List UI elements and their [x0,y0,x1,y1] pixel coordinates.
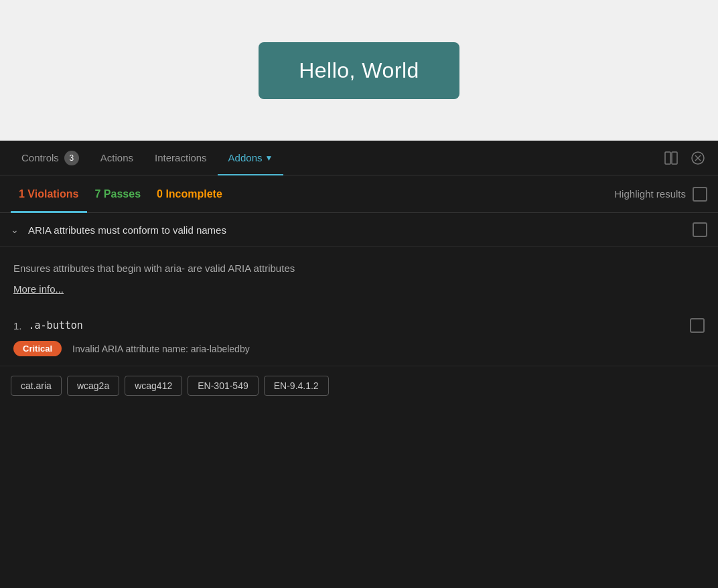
item-selector: .a-button [29,319,690,332]
hello-world-button[interactable]: Hello, World [259,42,459,99]
tag-item[interactable]: wcag412 [125,376,182,396]
critical-badge: Critical [13,341,62,356]
tab-passes[interactable]: 7 Passes [87,175,149,213]
tab-violations[interactable]: 1 Violations [11,175,87,213]
highlight-results-label: Highlight results [614,188,686,200]
tags-row: cat.ariawcag2awcag412EN-301-549EN-9.4.1.… [0,366,718,405]
tab-bar: Controls 3 Actions Interactions Addons ▼ [0,141,718,175]
controls-badge: 3 [64,151,79,165]
violation-item: 1. .a-button Critical Invalid ARIA attri… [0,309,718,366]
tab-controls[interactable]: Controls 3 [11,141,90,175]
highlight-results-control: Highlight results [614,187,707,202]
close-icon[interactable] [689,149,707,167]
violation-message: Invalid ARIA attribute name: aria-labele… [72,344,250,354]
layout-icon[interactable] [662,149,680,167]
addon-panel: Controls 3 Actions Interactions Addons ▼ [0,141,718,588]
violation-header-checkbox[interactable] [693,222,707,237]
preview-area: Hello, World [0,0,718,141]
violation-item-checkbox[interactable] [690,318,705,333]
violation-description: Ensures attributes that begin with aria-… [0,247,718,283]
svg-rect-0 [665,152,670,164]
violations-bar: 1 Violations 7 Passes 0 Incomplete Highl… [0,175,718,213]
violation-item-header: 1. .a-button [13,318,705,333]
svg-rect-1 [672,152,677,164]
tag-item[interactable]: EN-301-549 [188,376,259,396]
tag-item[interactable]: EN-9.4.1.2 [264,376,329,396]
item-number: 1. [13,320,22,332]
tab-incomplete[interactable]: 0 Incomplete [149,175,230,213]
tab-actions[interactable]: Actions [90,141,144,175]
more-info-link[interactable]: More info... [13,283,64,295]
chevron-down-icon: ⌄ [11,224,19,235]
more-info-section: More info... [0,283,718,309]
violation-title: ARIA attributes must conform to valid na… [28,224,693,236]
violation-header-row[interactable]: ⌄ ARIA attributes must conform to valid … [0,213,718,247]
tab-interactions[interactable]: Interactions [144,141,218,175]
tag-item[interactable]: cat.aria [11,376,62,396]
highlight-results-checkbox[interactable] [693,187,707,202]
tag-item[interactable]: wcag2a [67,376,119,396]
addons-dropdown-arrow: ▼ [265,153,273,163]
tab-addons[interactable]: Addons ▼ [218,141,284,175]
